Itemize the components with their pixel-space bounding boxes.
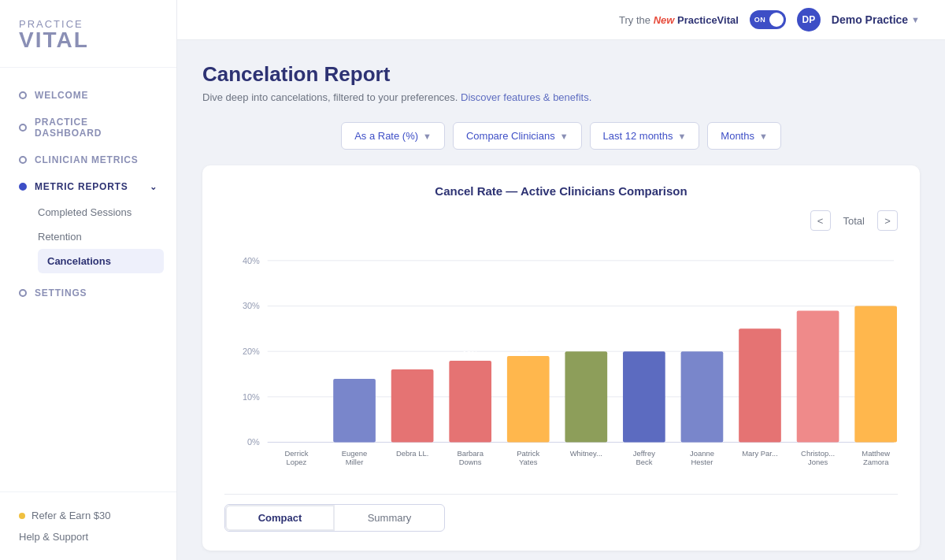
svg-text:Patrick: Patrick bbox=[517, 449, 539, 458]
svg-text:Matthew: Matthew bbox=[862, 449, 890, 458]
svg-text:30%: 30% bbox=[868, 295, 884, 303]
svg-text:Christop...: Christop... bbox=[801, 449, 835, 458]
svg-text:Zamora: Zamora bbox=[863, 458, 889, 466]
sidebar-item-label-practice-dashboard: Practice Dashboard bbox=[35, 117, 158, 139]
svg-text:29%: 29% bbox=[810, 299, 826, 307]
nav-items: Welcome Practice Dashboard Clinician Met… bbox=[0, 68, 176, 491]
sidebar-item-completed-sessions[interactable]: Completed Sessions bbox=[38, 200, 176, 224]
svg-text:Beck: Beck bbox=[636, 458, 652, 466]
chart-svg-wrapper: 40% 30% 20% 10% 0% Derrick bbox=[224, 237, 898, 491]
chart-nav: < Total > bbox=[224, 210, 898, 231]
svg-text:Derrick: Derrick bbox=[285, 449, 309, 458]
sidebar-item-practice-dashboard[interactable]: Practice Dashboard bbox=[0, 109, 176, 146]
topbar: Try the New PracticeVital ON DP Demo Pra… bbox=[177, 0, 945, 40]
svg-rect-17 bbox=[391, 369, 434, 442]
help-link[interactable]: Help & Support bbox=[19, 526, 158, 547]
svg-text:Eugene: Eugene bbox=[342, 449, 368, 458]
chart-next-button[interactable]: > bbox=[877, 210, 898, 231]
sidebar-item-settings[interactable]: Settings bbox=[0, 280, 176, 306]
chart-container: Cancel Rate — Active Clinicians Comparis… bbox=[202, 165, 920, 551]
page-content: Cancelation Report Dive deep into cancel… bbox=[177, 40, 945, 560]
filter-display-type[interactable]: As a Rate (%) ▼ bbox=[341, 122, 445, 150]
nav-dot-practice-dashboard bbox=[19, 124, 27, 132]
svg-text:Jones: Jones bbox=[808, 458, 828, 466]
svg-text:Barbara: Barbara bbox=[457, 449, 484, 458]
bar-chart: 40% 30% 20% 10% 0% Derrick bbox=[224, 237, 898, 488]
nav-dot-clinician-metrics bbox=[19, 156, 27, 164]
sidebar-bottom: Refer & Earn $30 Help & Support bbox=[0, 491, 176, 560]
practice-chevron-icon: ▼ bbox=[911, 15, 920, 24]
svg-text:Debra LL.: Debra LL. bbox=[396, 449, 428, 458]
sidebar-item-cancelations[interactable]: Cancelations bbox=[38, 249, 164, 273]
svg-text:Miller: Miller bbox=[346, 458, 364, 466]
bottom-tabs: Compact Summary bbox=[224, 504, 445, 532]
svg-text:20%: 20% bbox=[243, 347, 260, 356]
svg-rect-28 bbox=[565, 351, 607, 442]
sidebar: practice vital Welcome Practice Dashboar… bbox=[0, 0, 177, 560]
svg-text:Yates: Yates bbox=[519, 458, 538, 466]
practice-name[interactable]: Demo Practice ▼ bbox=[832, 13, 920, 26]
svg-text:20%: 20% bbox=[695, 339, 710, 348]
avatar: DP bbox=[797, 8, 821, 32]
sidebar-item-metric-reports[interactable]: Metric Reports ⌄ bbox=[0, 173, 176, 200]
svg-rect-39 bbox=[739, 328, 781, 442]
refer-link[interactable]: Refer & Earn $30 bbox=[19, 505, 158, 526]
svg-text:Downs: Downs bbox=[459, 458, 482, 466]
svg-text:40%: 40% bbox=[243, 256, 260, 265]
logo-bottom: vital bbox=[19, 29, 158, 51]
dropdown-arrow-icon: ▼ bbox=[560, 132, 569, 141]
svg-text:0%: 0% bbox=[247, 437, 260, 447]
svg-text:25%: 25% bbox=[752, 317, 768, 325]
svg-rect-42 bbox=[797, 310, 839, 442]
chevron-down-icon: ⌄ bbox=[150, 182, 158, 192]
filter-compare[interactable]: Compare Clinicians ▼ bbox=[453, 122, 582, 150]
dropdown-arrow-icon: ▼ bbox=[759, 132, 768, 141]
svg-text:14%: 14% bbox=[346, 367, 362, 376]
tab-summary[interactable]: Summary bbox=[335, 505, 444, 531]
new-toggle[interactable]: ON bbox=[750, 10, 786, 29]
sidebar-item-clinician-metrics[interactable]: Clinician Metrics bbox=[0, 146, 176, 173]
svg-rect-13 bbox=[333, 379, 376, 443]
filter-granularity[interactable]: Months ▼ bbox=[707, 122, 781, 150]
chart-prev-button[interactable]: < bbox=[810, 210, 831, 231]
svg-text:30%: 30% bbox=[243, 301, 260, 310]
chart-nav-label: Total bbox=[837, 215, 871, 227]
nav-dot-welcome bbox=[19, 91, 27, 99]
main-content: Try the New PracticeVital ON DP Demo Pra… bbox=[177, 0, 945, 560]
svg-text:20%: 20% bbox=[636, 339, 652, 348]
nav-sub-metric-reports: Completed Sessions Retention Cancelation… bbox=[0, 200, 176, 273]
svg-text:18%: 18% bbox=[462, 349, 478, 358]
page-subtitle: Dive deep into cancelations, filtered to… bbox=[202, 91, 920, 103]
svg-text:Joanne: Joanne bbox=[690, 449, 714, 458]
sidebar-item-label-welcome: Welcome bbox=[35, 90, 88, 101]
filter-bar: As a Rate (%) ▼ Compare Clinicians ▼ Las… bbox=[202, 122, 920, 150]
toggle-thumb bbox=[769, 13, 784, 27]
discover-link[interactable]: Discover features & benefits. bbox=[461, 91, 591, 103]
dropdown-arrow-icon: ▼ bbox=[677, 132, 686, 141]
earn-dot-icon bbox=[19, 513, 25, 519]
svg-text:19%: 19% bbox=[521, 344, 536, 353]
nav-dot-metric-reports bbox=[19, 183, 27, 191]
sidebar-item-label-settings: Settings bbox=[35, 287, 87, 299]
chart-title: Cancel Rate — Active Clinicians Comparis… bbox=[224, 184, 898, 198]
svg-text:20%: 20% bbox=[578, 339, 594, 348]
toggle-on-label: ON bbox=[754, 16, 766, 24]
svg-rect-24 bbox=[507, 356, 550, 442]
svg-text:Jeffrey: Jeffrey bbox=[633, 449, 655, 458]
svg-text:16%: 16% bbox=[405, 358, 421, 366]
logo: practice vital bbox=[19, 19, 158, 51]
svg-rect-31 bbox=[623, 351, 665, 442]
svg-rect-35 bbox=[681, 351, 724, 442]
sidebar-item-welcome[interactable]: Welcome bbox=[0, 82, 176, 109]
logo-area: practice vital bbox=[0, 0, 176, 68]
svg-text:Hester: Hester bbox=[691, 458, 713, 466]
sidebar-item-label-clinician-metrics: Clinician Metrics bbox=[35, 154, 139, 165]
sidebar-item-retention[interactable]: Retention bbox=[38, 224, 176, 249]
sidebar-item-label-metric-reports: Metric Reports bbox=[35, 181, 128, 192]
tab-compact[interactable]: Compact bbox=[225, 505, 335, 531]
svg-rect-46 bbox=[854, 306, 897, 442]
svg-rect-20 bbox=[449, 361, 491, 442]
filter-period[interactable]: Last 12 months ▼ bbox=[590, 122, 700, 150]
svg-text:10%: 10% bbox=[243, 392, 260, 402]
svg-text:Whitney...: Whitney... bbox=[570, 449, 602, 458]
